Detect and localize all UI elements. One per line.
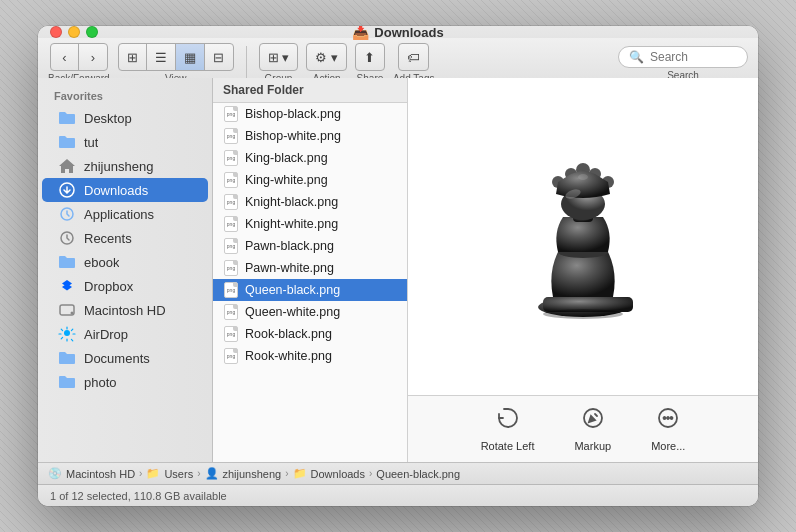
file-name-label: Bishop-white.png [245,129,341,143]
sidebar-item-tut[interactable]: tut [42,130,208,154]
breadcrumb-macintosh-hd[interactable]: 💿 Macintosh HD [48,467,135,480]
file-item[interactable]: pngPawn-black.png [213,235,407,257]
search-group: 🔍 Search [618,46,748,81]
breadcrumb-sep-1: › [139,468,142,479]
file-item[interactable]: pngBishop-white.png [213,125,407,147]
breadcrumb-sep-3: › [285,468,288,479]
sidebar-item-recents[interactable]: Recents [42,226,208,250]
file-item[interactable]: pngQueen-white.png [213,301,407,323]
sidebar-item-macintosh-hd[interactable]: Macintosh HD [42,298,208,322]
maximize-button[interactable] [86,26,98,38]
file-item[interactable]: pngRook-black.png [213,323,407,345]
sidebar-item-documents-label: Documents [84,351,150,366]
home-icon [58,157,76,175]
sidebar-item-downloads[interactable]: Downloads [42,178,208,202]
view-list-button[interactable]: ☰ [147,44,176,70]
rotate-left-icon [496,406,520,436]
file-item[interactable]: pngKing-black.png [213,147,407,169]
file-name-label: Knight-white.png [245,217,338,231]
svg-point-23 [671,417,673,419]
action-button[interactable]: ⚙ ▾ [307,44,346,70]
file-item[interactable]: pngPawn-white.png [213,257,407,279]
file-type-icon: png [223,304,239,320]
file-item[interactable]: pngRook-white.png [213,345,407,367]
share-button[interactable]: ⬆ [356,44,384,70]
breadcrumb-zhijunsheng[interactable]: 👤 zhijunsheng [205,467,282,480]
group-button[interactable]: ⊞ ▾ [260,44,298,70]
content-area: Shared Folder pngBishop-black.pngpngBish… [213,78,758,462]
breadcrumb-queen-black[interactable]: Queen-black.png [376,468,460,480]
chess-queen-image [518,152,648,322]
main-content: Favorites Desktop tut zhijunsheng [38,78,758,462]
breadcrumb-downloads[interactable]: 📁 Downloads [293,467,365,480]
view-icon-button[interactable]: ⊞ [119,44,147,70]
rotate-left-label: Rotate Left [481,440,535,452]
sidebar-item-photo-label: photo [84,375,117,390]
file-name-label: Rook-white.png [245,349,332,363]
search-input[interactable] [650,50,737,64]
finder-window: 📥 Downloads ‹ › Back/Forward ⊞ ☰ ▦ ⊟ [38,26,758,506]
markup-action[interactable]: Markup [574,406,611,452]
sidebar-item-airdrop[interactable]: AirDrop [42,322,208,346]
sidebar-item-desktop[interactable]: Desktop [42,106,208,130]
file-item[interactable]: pngQueen-black.png [213,279,407,301]
clock-icon [58,229,76,247]
minimize-button[interactable] [68,26,80,38]
sidebar-item-applications-label: Applications [84,207,154,222]
view-cover-button[interactable]: ⊟ [205,44,233,70]
sidebar-item-photo[interactable]: photo [42,370,208,394]
file-type-icon: png [223,348,239,364]
sidebar-item-dropbox[interactable]: Dropbox [42,274,208,298]
sidebar-item-ebook[interactable]: ebook [42,250,208,274]
download-icon [58,181,76,199]
add-tags-btn-group: 🏷 [398,43,429,71]
forward-button[interactable]: › [79,44,107,70]
preview-pane: Rotate Left Markup [408,78,758,462]
back-button[interactable]: ‹ [51,44,79,70]
file-item[interactable]: pngBishop-black.png [213,103,407,125]
view-column-button[interactable]: ▦ [176,44,205,70]
more-action[interactable]: More... [651,406,685,452]
file-type-icon: png [223,260,239,276]
markup-icon [581,406,605,436]
add-tags-button[interactable]: 🏷 [399,44,428,70]
sidebar-item-documents[interactable]: Documents [42,346,208,370]
group-btn-group: ⊞ ▾ [259,43,299,71]
files-list: pngBishop-black.pngpngBishop-white.pngpn… [213,103,407,462]
drive-breadcrumb-icon: 💿 [48,467,62,480]
applications-icon [58,205,76,223]
file-name-label: Bishop-black.png [245,107,341,121]
file-name-label: Pawn-black.png [245,239,334,253]
sidebar-item-desktop-label: Desktop [84,111,132,126]
folder-icon-documents [58,349,76,367]
file-panel: Shared Folder pngBishop-black.pngpngBish… [213,78,408,462]
breadcrumb-zhijunsheng-label: zhijunsheng [223,468,282,480]
breadcrumb-macintosh-hd-label: Macintosh HD [66,468,135,480]
folder-breadcrumb-icon-users: 📁 [146,467,160,480]
sidebar-item-airdrop-label: AirDrop [84,327,128,342]
sidebar-item-zhijunsheng-label: zhijunsheng [84,159,153,174]
preview-actions: Rotate Left Markup [408,395,758,462]
close-button[interactable] [50,26,62,38]
more-label: More... [651,440,685,452]
file-item[interactable]: pngKing-white.png [213,169,407,191]
sidebar-item-zhijunsheng[interactable]: zhijunsheng [42,154,208,178]
search-box[interactable]: 🔍 [618,46,748,68]
panel-header: Shared Folder [213,78,407,103]
more-icon [656,406,680,436]
svg-point-5 [71,312,74,315]
rotate-left-action[interactable]: Rotate Left [481,406,535,452]
folder-icon-photo [58,373,76,391]
traffic-lights [50,26,98,38]
file-item[interactable]: pngKnight-black.png [213,191,407,213]
sidebar-item-applications[interactable]: Applications [42,202,208,226]
title-label: Downloads [374,26,443,40]
search-icon: 🔍 [629,50,644,64]
svg-point-17 [578,174,588,180]
file-name-label: King-black.png [245,151,328,165]
file-item[interactable]: pngKnight-white.png [213,213,407,235]
folder-icon [58,133,76,151]
breadcrumb-users[interactable]: 📁 Users [146,467,193,480]
breadcrumb-sep-2: › [197,468,200,479]
breadcrumb-queen-black-label: Queen-black.png [376,468,460,480]
